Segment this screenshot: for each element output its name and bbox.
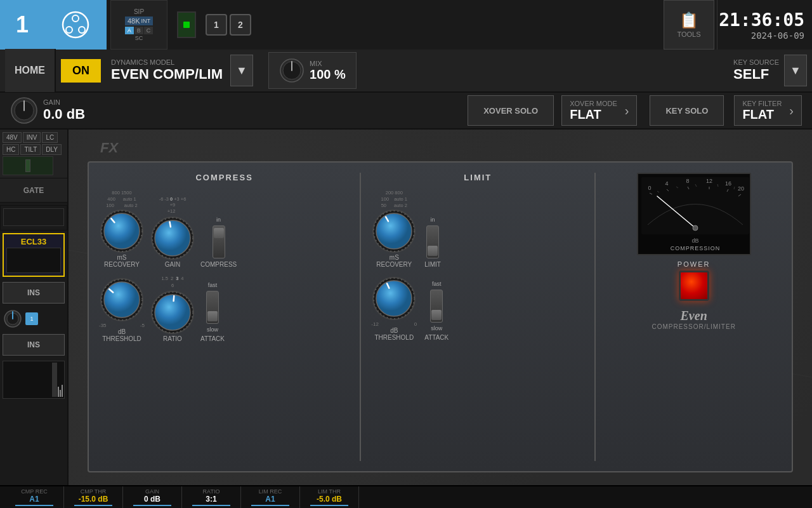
dynamics-section: DYNAMICS MODEL EVEN COMP/LIM — [111, 58, 223, 83]
key-filter-label: KEY FILTER — [742, 100, 782, 107]
compress-ratio-group: 1.5234 6 RATIO — [150, 276, 195, 342]
sidebar-48v[interactable]: 48V — [3, 132, 22, 143]
key-source-label: KEY SOURCE — [733, 58, 779, 66]
limit-threshold-knob[interactable] — [371, 276, 417, 321]
gain-status-value: 0 dB — [144, 495, 160, 504]
limit-attack-fast-label: fast — [432, 281, 442, 287]
limit-toggle[interactable] — [426, 225, 439, 258]
top-bar: 1 SIP 48K INT ABC SC 1 2 📋 TOOLS 21:36:0… — [0, 0, 812, 50]
mix-section: MIX 100 % — [268, 52, 357, 89]
key-source-dropdown[interactable]: ▼ — [784, 55, 807, 86]
limit-toggle-label: LIMIT — [424, 261, 441, 268]
sidebar-lc[interactable]: LC — [42, 132, 58, 143]
compress-attack-toggle[interactable] — [206, 291, 219, 324]
sidebar-inv[interactable]: INV — [23, 132, 41, 143]
svg-text:0: 0 — [648, 185, 651, 191]
num-btn-1[interactable]: 1 — [206, 14, 227, 36]
svg-point-34 — [376, 213, 412, 249]
compress-recovery-sublabel: RECOVERY — [104, 261, 140, 268]
compress-threshold-min: -35 — [99, 323, 107, 328]
status-cmp-thr: CMP THR -15.0 dB — [64, 486, 123, 508]
power-label: POWER — [678, 260, 710, 268]
gain-section: GAIN 0.0 dB — [10, 97, 85, 124]
clock-date: 2024-06-09 — [751, 30, 804, 41]
svg-text:FX: FX — [100, 140, 119, 156]
xover-solo-button[interactable]: XOVER SOLO — [468, 95, 554, 126]
plugin-panel: COMPRESS 800 1500 400auto 1 100auto 2 — [88, 161, 793, 472]
compress-recovery-knob[interactable] — [99, 208, 145, 254]
svg-point-61 — [693, 225, 698, 231]
xover-mode-value: FLAT — [570, 107, 617, 122]
tools-label: TOOLS — [677, 30, 700, 38]
sidebar-gate[interactable]: GATE — [0, 178, 67, 203]
level-indicator: 1 — [25, 312, 38, 325]
key-source-value: SELF — [733, 66, 779, 83]
limit-threshold-label: THRESHOLD — [374, 334, 414, 341]
gain-status-label: GAIN — [145, 488, 159, 495]
level-knob[interactable] — [3, 309, 23, 329]
on-button[interactable]: ON — [61, 59, 101, 83]
gain-bar — [133, 505, 171, 506]
ins1-button[interactable]: INS — [3, 282, 65, 304]
compress-threshold-knob[interactable] — [99, 277, 145, 323]
svg-point-26 — [104, 282, 140, 318]
brand-name: Even — [681, 309, 707, 323]
svg-line-24 — [169, 222, 170, 227]
svg-point-1 — [72, 15, 79, 22]
gain-knob[interactable] — [10, 97, 38, 124]
sip-abc: ABC — [125, 27, 154, 34]
key-filter-value: FLAT — [742, 107, 782, 122]
cmp-thr-bar — [74, 505, 112, 506]
ratio-label: RATIO — [203, 488, 220, 495]
brand-section: Even COMPRESSOR/LIMITER — [652, 309, 735, 330]
lim-rec-label: LIM REC — [259, 488, 282, 495]
compress-attack-label: ATTACK — [200, 335, 225, 342]
sidebar-hc[interactable]: HC — [3, 144, 19, 155]
limit-attack-label: ATTACK — [424, 334, 449, 341]
compress-attack-slow-label: slow — [207, 326, 218, 333]
limit-toggle-group: in LIMIT — [424, 217, 441, 268]
second-row: HOME ON DYNAMICS MODEL EVEN COMP/LIM ▼ M… — [0, 50, 812, 93]
limit-attack-toggle[interactable] — [430, 290, 443, 323]
sidebar-dly[interactable]: DLY — [42, 144, 62, 155]
key-source-section: KEY SOURCE SELF — [733, 58, 779, 83]
tools-section[interactable]: 📋 TOOLS — [664, 0, 714, 50]
ins2-button[interactable]: INS — [3, 334, 65, 356]
mix-knob[interactable] — [279, 58, 304, 83]
fx-label: FX — [100, 137, 138, 160]
xover-mode-arrow[interactable]: › — [625, 104, 629, 118]
compress-ratio-knob[interactable] — [150, 290, 195, 335]
limit-recovery-knob[interactable] — [371, 208, 417, 254]
ecl-section[interactable]: ECL33 — [3, 233, 65, 277]
compress-toggle[interactable] — [213, 225, 225, 258]
track-number: 1 — [0, 0, 44, 50]
sidebar-tilt[interactable]: TILT — [20, 144, 41, 155]
compress-gain-knob[interactable] — [150, 215, 195, 261]
dynamics-dropdown[interactable]: ▼ — [230, 55, 253, 86]
key-solo-button[interactable]: KEY SOLO — [650, 95, 724, 126]
clock-time: 21:36:05 — [719, 10, 804, 30]
num-buttons: 1 2 — [206, 14, 251, 36]
compress-ratio-label: RATIO — [163, 335, 182, 342]
key-filter-arrow[interactable]: › — [789, 104, 794, 118]
cmp-rec-label: CMP REC — [21, 488, 47, 495]
compress-toggle-group: in COMPRESS — [200, 217, 237, 268]
compress-threshold-group: -35 -5 dB THRESHOLD — [99, 277, 145, 342]
gate-label: GATE — [23, 186, 44, 195]
limit-toggle-in-label: in — [431, 217, 435, 223]
power-button[interactable] — [679, 271, 709, 301]
svg-text:8: 8 — [686, 178, 689, 184]
num-btn-2[interactable]: 2 — [230, 14, 251, 36]
home-button[interactable]: HOME — [5, 49, 56, 92]
cmp-thr-label: CMP THR — [81, 488, 107, 495]
sidebar: 48V INV LC HC TILT DLY GATE ECL33 INS — [0, 130, 69, 485]
limit-attack-slow-label: slow — [431, 325, 442, 331]
limit-toggle-nub — [428, 246, 438, 256]
compress-threshold-max: -5 — [140, 323, 145, 328]
status-cmp-rec: CMP REC A1 — [5, 486, 64, 508]
compress-title: COMPRESS — [99, 173, 350, 182]
sip-label: SIP — [134, 8, 144, 15]
gain-value: 0.0 dB — [43, 106, 85, 123]
svg-text:12: 12 — [706, 178, 712, 184]
svg-point-30 — [155, 295, 190, 330]
